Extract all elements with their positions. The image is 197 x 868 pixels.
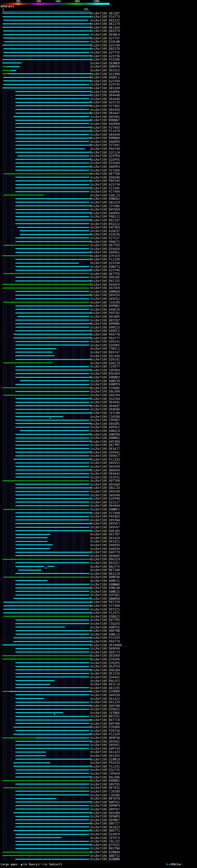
alignment-bar[interactable] xyxy=(20,230,89,231)
hit-label[interactable]: UniRef100_A9PW06 xyxy=(90,322,120,326)
alignment-bar[interactable] xyxy=(2,45,89,45)
alignment-bar[interactable] xyxy=(15,377,89,378)
hit-label[interactable]: UniRef100_Q93WL4 xyxy=(90,33,120,36)
hit-label[interactable]: UniRef100_C0L231 xyxy=(90,840,120,843)
hit-label[interactable]: UniRef100_Q39442 xyxy=(90,451,120,454)
alignment-bar[interactable] xyxy=(3,577,89,578)
alignment-bar[interactable] xyxy=(15,548,50,549)
alignment-bar[interactable] xyxy=(15,295,89,296)
hit-label[interactable]: UniRef100_P27492 xyxy=(90,105,120,108)
alignment-bar[interactable] xyxy=(15,216,89,217)
hit-label[interactable]: UniRef100_A2Y735 xyxy=(90,51,120,54)
hit-label[interactable]: UniRef100_O64442 xyxy=(90,472,120,475)
alignment-bar[interactable] xyxy=(2,855,89,856)
hit-label[interactable]: UniRef100_O64446 xyxy=(90,98,120,101)
hit-label[interactable]: UniRef100_C6TNE6 xyxy=(90,712,120,715)
hit-label[interactable]: UniRef100_Q4FUH1 xyxy=(90,116,120,119)
alignment-bar[interactable] xyxy=(15,698,44,699)
hit-label[interactable]: UniRef100_C1K589 xyxy=(90,790,120,793)
hit-label[interactable]: UniRef100_B6T1H6 xyxy=(90,569,120,572)
alignment-bar[interactable] xyxy=(15,837,62,838)
alignment-bar[interactable] xyxy=(15,209,89,210)
hit-label[interactable]: UniRef100_O64448 xyxy=(90,94,120,97)
alignment-bar[interactable] xyxy=(3,245,89,246)
alignment-bar[interactable] xyxy=(15,202,89,203)
alignment-bar[interactable] xyxy=(15,191,89,192)
hit-label[interactable]: UniRef100_Q3LF25 xyxy=(90,769,120,772)
hit-label[interactable]: UniRef100_A9S6F4 xyxy=(90,283,120,286)
hit-label[interactable]: UniRef100_P04790 xyxy=(90,148,120,151)
alignment-bar[interactable] xyxy=(35,738,89,738)
alignment-bar[interactable] xyxy=(13,812,89,813)
hit-label[interactable]: UniRef100_P12333 xyxy=(90,458,120,461)
alignment-bar[interactable] xyxy=(3,77,89,78)
alignment-bar[interactable] xyxy=(15,623,89,624)
alignment-bar[interactable] xyxy=(15,445,89,445)
alignment-bar[interactable] xyxy=(3,30,89,31)
hit-label[interactable]: UniRef100_C5WTL1 xyxy=(90,347,120,350)
alignment-bar[interactable] xyxy=(15,694,89,695)
hit-label[interactable]: UniRef100_A9NK15 xyxy=(90,590,120,593)
alignment-bar[interactable] xyxy=(15,141,89,142)
hit-label[interactable]: UniRef100_Q461B4 xyxy=(90,669,120,672)
hit-label[interactable]: UniRef100_Q634J7 xyxy=(90,447,120,451)
alignment-bar[interactable] xyxy=(15,120,89,121)
hit-label[interactable]: UniRef100_A5C4U9 xyxy=(90,355,120,358)
hit-label[interactable]: UniRef100_B8LP75 xyxy=(90,565,120,568)
alignment-bar[interactable] xyxy=(15,162,89,163)
alignment-bar[interactable] xyxy=(15,452,89,453)
alignment-bar[interactable] xyxy=(15,491,89,492)
hit-label[interactable]: UniRef100_P27490 xyxy=(90,604,120,608)
alignment-bar[interactable] xyxy=(13,638,89,638)
alignment-bar[interactable] xyxy=(15,477,89,477)
alignment-bar[interactable] xyxy=(15,773,89,774)
hit-label[interactable]: UniRef100_A9NZT3 xyxy=(90,266,120,269)
alignment-bar[interactable] xyxy=(2,691,9,692)
alignment-bar[interactable] xyxy=(15,595,89,595)
alignment-bar[interactable] xyxy=(15,498,89,499)
alignment-bar[interactable] xyxy=(13,727,89,727)
alignment-bar[interactable] xyxy=(15,816,89,817)
alignment-bar[interactable] xyxy=(15,630,89,631)
hit-label[interactable]: UniRef100_O04685 xyxy=(90,555,120,558)
hit-label[interactable]: UniRef100_Q41421 xyxy=(90,540,120,543)
hit-label[interactable]: UniRef100_Q8S3T8 xyxy=(90,48,120,51)
alignment-bar[interactable] xyxy=(15,320,89,320)
hit-label[interactable]: UniRef100_Q3Z294 xyxy=(90,398,120,401)
hit-label[interactable]: UniRef100_Q39141 xyxy=(90,340,120,343)
hit-label[interactable]: UniRef100_A9PWF4 xyxy=(90,804,120,807)
alignment-bar[interactable] xyxy=(15,748,89,749)
alignment-bar[interactable] xyxy=(15,662,89,663)
alignment-bar[interactable] xyxy=(3,48,89,49)
alignment-bar[interactable] xyxy=(15,359,89,360)
alignment-bar[interactable] xyxy=(18,570,41,570)
hit-label[interactable]: UniRef100_A8J287 xyxy=(90,12,120,15)
alignment-bar[interactable] xyxy=(15,105,89,106)
alignment-bar[interactable] xyxy=(2,738,35,738)
hit-label[interactable]: UniRef100_P04777 xyxy=(90,337,120,340)
alignment-bar[interactable] xyxy=(17,155,89,156)
hit-label[interactable]: UniRef100_Q67832 xyxy=(90,786,120,789)
hit-label[interactable]: UniRef100_B7FHZ5 xyxy=(90,844,120,847)
alignment-bar[interactable] xyxy=(15,520,89,520)
hit-label[interactable]: UniRef100_C1K5D0 xyxy=(90,415,120,418)
hit-label[interactable]: UniRef100_Q67TD0 xyxy=(90,173,120,176)
alignment-bar[interactable] xyxy=(15,716,89,717)
hit-label[interactable]: UniRef100_A1XG36 xyxy=(90,233,120,236)
hit-label[interactable]: UniRef100_C0P9E4 xyxy=(90,369,120,372)
alignment-bar[interactable] xyxy=(13,766,89,767)
hit-label[interactable]: UniRef100_Q59456 xyxy=(90,248,120,251)
hit-label[interactable]: UniRef100_A0NF21 xyxy=(90,580,120,583)
hit-label[interactable]: UniRef100_B9I155 xyxy=(90,280,120,283)
hit-label[interactable]: UniRef100_Q40961 xyxy=(90,251,120,254)
alignment-bar[interactable] xyxy=(3,602,89,602)
alignment-bar[interactable] xyxy=(15,534,50,535)
alignment-bar[interactable] xyxy=(20,234,89,235)
hit-label[interactable]: UniRef100_Q8LKI0 xyxy=(90,201,120,204)
alignment-bar[interactable] xyxy=(15,848,89,849)
hit-label[interactable]: UniRef100_Q22496 xyxy=(90,73,120,76)
hit-label[interactable]: UniRef100_Q8S3T9 xyxy=(90,30,120,33)
hit-label[interactable]: UniRef100_O49657 xyxy=(90,455,120,458)
alignment-bar[interactable] xyxy=(15,123,89,124)
alignment-bar[interactable] xyxy=(17,227,89,228)
